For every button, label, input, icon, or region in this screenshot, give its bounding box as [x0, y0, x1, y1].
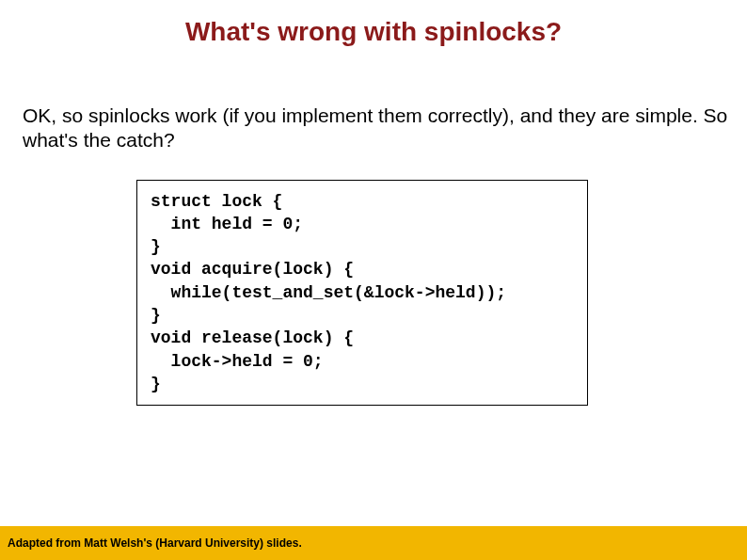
footer-bar: Adapted from Matt Welsh's (Harvard Unive… [0, 526, 747, 560]
slide-title: What's wrong with spinlocks? [0, 0, 747, 47]
code-box: struct lock { int held = 0; } void acqui… [136, 180, 588, 407]
body-paragraph: OK, so spinlocks work (if you implement … [4, 104, 747, 153]
code-snippet: struct lock { int held = 0; } void acqui… [151, 190, 574, 396]
footer-text: Adapted from Matt Welsh's (Harvard Unive… [8, 536, 302, 550]
